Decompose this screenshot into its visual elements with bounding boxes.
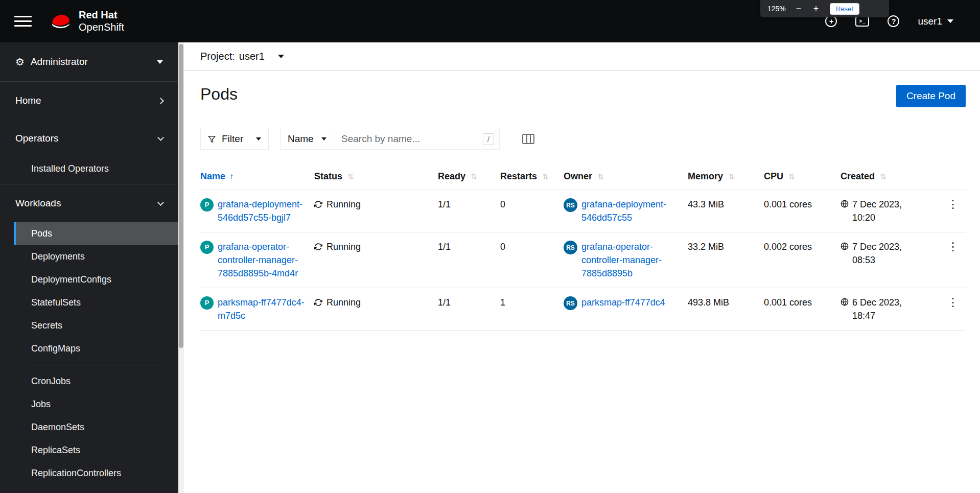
owner-link[interactable]: grafana-deployment-546dd57c55 — [581, 198, 678, 224]
pods-table: Name↑ Status⇅ Ready⇅ Restarts⇅ Owner⇅ — [200, 163, 966, 331]
user-menu[interactable]: user1 — [918, 16, 953, 27]
project-selector[interactable]: Project: user1 — [184, 42, 980, 71]
owner-link[interactable]: parksmap-ff7477dc4 — [581, 296, 665, 309]
pod-cpu: 0.001 cores — [764, 190, 841, 232]
pod-status: Running — [326, 296, 361, 309]
zoom-in-button[interactable]: + — [810, 4, 822, 13]
pod-memory: 493.8 MiB — [688, 288, 764, 331]
sidebar-item-installed-operators[interactable]: Installed Operators — [14, 157, 178, 180]
column-header-ready[interactable]: Ready⇅ — [438, 163, 500, 190]
caret-down-icon — [321, 137, 326, 140]
sidebar-item-operators[interactable]: Operators — [0, 120, 178, 157]
help-icon[interactable]: ? — [888, 15, 899, 27]
search-attribute-dropdown[interactable]: Name — [280, 128, 334, 150]
sidebar-item-configmaps[interactable]: ConfigMaps — [14, 337, 178, 360]
browser-zoom-overlay: 125% − + Reset — [760, 0, 889, 17]
filter-toolbar: Filter Name / — [200, 128, 966, 150]
pod-cpu: 0.001 cores — [764, 288, 841, 331]
sidebar-nav: ⚙ Administrator Home Operators Installed… — [0, 42, 178, 493]
sidebar-item-jobs[interactable]: Jobs — [14, 393, 178, 416]
create-pod-button[interactable]: Create Pod — [896, 85, 966, 107]
pod-ready: 1/1 — [438, 232, 500, 288]
terminal-icon[interactable]: >_ — [855, 16, 869, 27]
pod-memory: 43.3 MiB — [688, 190, 764, 232]
column-header-name[interactable]: Name↑ — [200, 163, 314, 190]
sort-icon: ⇅ — [788, 172, 795, 181]
sidebar-item-replicationcontrollers[interactable]: ReplicationControllers — [14, 462, 178, 485]
kebab-menu-icon[interactable]: ⋮ — [943, 198, 963, 211]
globe-icon — [841, 200, 849, 208]
pod-created: 6 Dec 2023, 18:47 — [852, 296, 906, 322]
zoom-out-button[interactable]: − — [793, 4, 804, 13]
sidebar-group-operators: Operators Installed Operators — [0, 120, 178, 184]
table-header-row: Name↑ Status⇅ Ready⇅ Restarts⇅ Owner⇅ — [200, 163, 966, 190]
nav-divider — [31, 365, 161, 365]
perspective-switcher[interactable]: ⚙ Administrator — [0, 42, 178, 82]
pod-created: 7 Dec 2023, 08:53 — [852, 240, 906, 267]
pod-name-link[interactable]: grafana-operator-controller-manager-7885… — [218, 240, 308, 280]
filter-dropdown[interactable]: Filter — [200, 128, 269, 150]
sidebar-scrollbar-track[interactable] — [178, 42, 184, 493]
sidebar-item-home[interactable]: Home — [0, 82, 178, 120]
sort-icon: ⇅ — [347, 172, 354, 181]
sidebar-item-secrets[interactable]: Secrets — [14, 314, 178, 337]
pod-badge: P — [200, 198, 214, 212]
owner-link[interactable]: grafana-operator-controller-manager-7885… — [581, 240, 678, 280]
gear-icon: ⚙ — [15, 56, 25, 68]
kebab-menu-icon[interactable]: ⋮ — [943, 240, 963, 253]
sync-running-icon — [314, 200, 322, 208]
sort-icon: ⇅ — [728, 172, 735, 181]
caret-down-icon — [256, 137, 261, 140]
search-input[interactable] — [341, 133, 480, 145]
column-header-memory[interactable]: Memory⇅ — [688, 163, 764, 190]
filter-funnel-icon — [208, 135, 216, 143]
column-header-owner[interactable]: Owner⇅ — [564, 163, 688, 190]
caret-down-icon — [947, 19, 953, 23]
sort-icon: ⇅ — [597, 172, 604, 181]
sidebar-item-statefulsets[interactable]: StatefulSets — [14, 291, 178, 314]
column-header-restarts[interactable]: Restarts⇅ — [500, 163, 564, 190]
caret-down-icon — [278, 55, 284, 58]
sort-icon: ⇅ — [471, 172, 477, 181]
zoom-reset-button[interactable]: Reset — [830, 3, 859, 15]
brand-line2: OpenShift — [79, 21, 124, 34]
pod-ready: 1/1 — [438, 190, 500, 232]
sort-icon: ⇅ — [542, 172, 549, 181]
column-header-cpu[interactable]: CPU⇅ — [764, 163, 841, 190]
user-label: user1 — [918, 16, 942, 27]
zoom-level: 125% — [767, 5, 787, 13]
pod-name-link[interactable]: grafana-deployment-546dd57c55-bgjl7 — [218, 198, 308, 224]
caret-down-icon — [157, 60, 163, 64]
manage-columns-button[interactable] — [522, 133, 534, 145]
sidebar-item-cronjobs[interactable]: CronJobs — [14, 370, 178, 393]
sidebar-group-workloads: Workloads Pods Deployments DeploymentCon… — [0, 184, 178, 485]
brand-line1: Red Hat — [79, 9, 124, 21]
pod-badge: P — [200, 296, 214, 310]
search-box: / — [334, 128, 500, 150]
kebab-menu-icon[interactable]: ⋮ — [943, 296, 963, 309]
sidebar-item-deploymentconfigs[interactable]: DeploymentConfigs — [14, 268, 178, 291]
columns-icon — [522, 133, 534, 145]
globe-icon — [841, 298, 849, 306]
column-header-created[interactable]: Created⇅ — [841, 163, 941, 190]
page-title: Pods — [200, 85, 238, 104]
main-content: Project: user1 Pods Create Pod Filter Na… — [184, 42, 980, 493]
sidebar-item-pods[interactable]: Pods — [14, 222, 178, 245]
sidebar-item-replicasets[interactable]: ReplicaSets — [14, 439, 178, 462]
sidebar-scrollbar-thumb[interactable] — [179, 44, 183, 348]
pod-name-link[interactable]: parksmap-ff7477dc4-m7d5c — [218, 296, 308, 322]
hamburger-menu-icon[interactable] — [14, 16, 32, 27]
sync-running-icon — [314, 243, 322, 251]
pod-status: Running — [326, 198, 361, 211]
sidebar-item-daemonsets[interactable]: DaemonSets — [14, 416, 178, 439]
chevron-down-icon — [157, 199, 164, 206]
perspective-label: Administrator — [31, 56, 88, 67]
table-row: P parksmap-ff7477dc4-m7d5c Running — [200, 288, 966, 331]
project-label: Project: — [200, 51, 235, 62]
sidebar-item-workloads[interactable]: Workloads — [0, 184, 178, 222]
table-row: P grafana-deployment-546dd57c55-bgjl7 Ru… — [200, 190, 966, 232]
sidebar-item-deployments[interactable]: Deployments — [14, 245, 178, 268]
pod-restarts: 1 — [500, 288, 564, 331]
pod-cpu: 0.002 cores — [764, 232, 841, 288]
column-header-status[interactable]: Status⇅ — [314, 163, 438, 190]
